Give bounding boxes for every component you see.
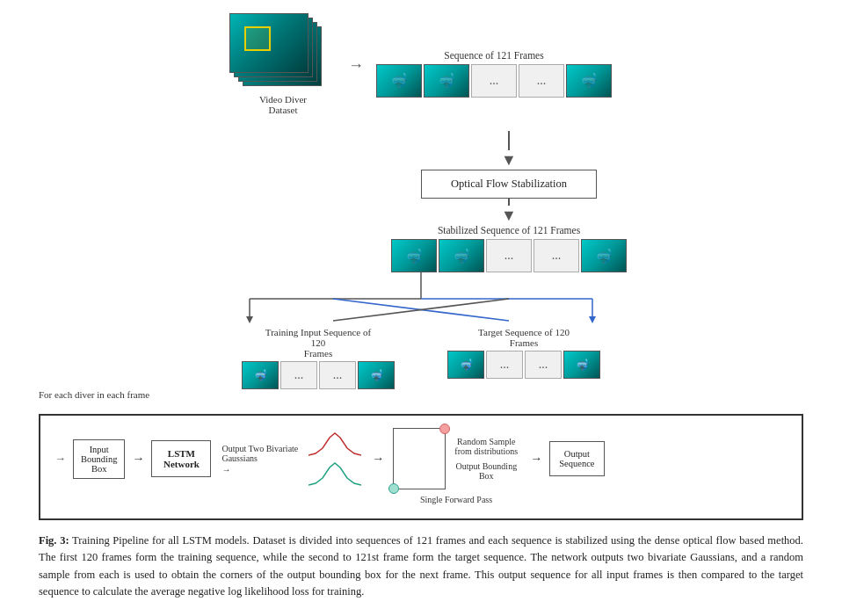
stabilized-label: Stabilized Sequence of 121 Frames	[438, 225, 580, 236]
arrow-to-circles: →	[372, 452, 384, 466]
train-frame-1: 🤿	[242, 361, 279, 389]
arrow-to-output: →	[530, 452, 542, 466]
video-label: Video Diver Dataset	[259, 94, 307, 115]
train-frame-last: 🤿	[358, 361, 395, 389]
lstm-network-box: LSTM Network	[151, 440, 211, 477]
output-bb-label: Output Bounding Box	[455, 461, 517, 481]
training-strip: 🤿 ... ... 🤿	[242, 361, 395, 389]
split-arrows-svg	[113, 272, 729, 343]
stab-dots2: ...	[534, 239, 579, 272]
stab-frame-2: 🤿	[439, 239, 484, 272]
frame-thumb-dots1: ...	[471, 64, 517, 98]
stab-dots1: ...	[486, 239, 532, 272]
video-diver-col: 🤿 Video Diver Dataset	[230, 16, 336, 131]
output-two-gaussians-label: Output Two Bivariate Gaussians	[221, 444, 298, 463]
stab-frame-1: 🤿	[391, 239, 437, 272]
input-bb-box: Input Bounding Box	[73, 439, 125, 479]
for-each-label: For each diver in each frame	[39, 389, 149, 400]
gaussian-teal-svg	[308, 460, 361, 487]
bounding-box-visual	[393, 428, 446, 489]
stabilized-strip: 🤿 🤿 ... ... 🤿	[391, 239, 627, 272]
lstm-area: → Input Bounding Box → LSTM Network	[39, 414, 803, 520]
caption-text: Training Pipeline for all LSTM models. D…	[39, 534, 803, 598]
optical-flow-box: Optical Flow Stabilization	[421, 170, 597, 199]
random-sample-label: Random Sample from distributions	[454, 437, 518, 456]
arrow-to-lstm: →	[132, 452, 144, 466]
caption-label: Fig. 3:	[39, 534, 69, 547]
seq-strip-top: 🤿 🤿 ... ... 🤿	[376, 64, 612, 98]
frame-thumb-1: 🤿	[376, 64, 422, 98]
frame-thumb-last: 🤿	[566, 64, 612, 98]
arrow-down-2	[508, 199, 510, 206]
arrowhead-2: ▼	[501, 207, 517, 223]
single-fwd-label: Single Forward Pass	[125, 495, 788, 504]
video-frame-1	[229, 13, 308, 73]
target-frame-last: 🤿	[563, 351, 600, 379]
caption: Fig. 3: Training Pipeline for all LSTM m…	[39, 533, 803, 601]
seq-121-label: Sequence of 121 Frames	[444, 50, 543, 61]
video-stack: 🤿	[230, 16, 327, 91]
svg-marker-3	[246, 316, 253, 323]
svg-marker-6	[589, 316, 596, 323]
target-frame-1: 🤿	[447, 351, 484, 379]
circle-teal-bottom	[388, 483, 399, 494]
target-dots2: ...	[525, 351, 562, 379]
lstm-inner: → Input Bounding Box → LSTM Network	[54, 428, 788, 489]
diagram-container: 🤿 Video Diver Dataset →	[39, 16, 803, 520]
target-dots1: ...	[486, 351, 523, 379]
train-dots2: ...	[319, 361, 356, 389]
output-sequence-box: Output Sequence	[549, 441, 604, 476]
train-dots1: ...	[280, 361, 317, 389]
arrow-to-gaussians: →	[221, 465, 230, 475]
lstm-left-arrow: →	[54, 452, 66, 466]
target-strip: 🤿 ... ... 🤿	[447, 351, 600, 379]
sequence-121-frames: Sequence of 121 Frames 🤿 🤿 ... ... 🤿	[376, 50, 612, 98]
highlight-box	[244, 26, 271, 51]
stab-frame-last: 🤿	[581, 239, 627, 272]
gaussian-red-svg	[308, 431, 361, 457]
circle-pink-top	[439, 424, 450, 434]
frame-thumb-2: 🤿	[424, 64, 469, 98]
arrow-down-1	[508, 131, 510, 150]
arrowhead-1: ▼	[501, 152, 517, 168]
arrow-to-sequence: →	[348, 56, 364, 75]
frame-thumb-dots2: ...	[519, 64, 564, 98]
